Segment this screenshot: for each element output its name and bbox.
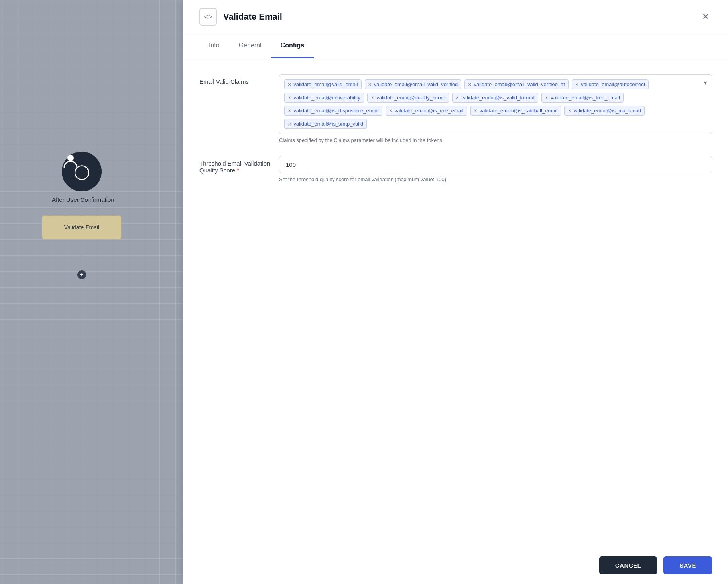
tag-remove-button[interactable]: ×	[371, 95, 374, 101]
tab-general[interactable]: General	[229, 34, 271, 58]
email-valid-claims-control: ×validate_email@valid_email×validate_ema…	[279, 74, 712, 143]
email-valid-claims-hint: Claims specified by the Claims parameter…	[279, 137, 712, 143]
tag-label: validate_email@email_valid_verified	[374, 81, 458, 87]
close-button[interactable]: ✕	[699, 10, 712, 23]
tag-remove-button[interactable]: ×	[468, 82, 471, 87]
flow-diagram: ◯ After User Confirmation Validate Email…	[0, 0, 183, 584]
tag-chip: ×validate_email@is_role_email	[386, 106, 467, 116]
required-asterisk: *	[237, 167, 239, 174]
panel-content: Email Valid Claims ×validate_email@valid…	[183, 58, 728, 547]
tags-wrapper: ×validate_email@valid_email×validate_ema…	[284, 79, 707, 129]
code-icon: <>	[204, 13, 212, 21]
threshold-control: Set the threshold quality score for emai…	[279, 156, 712, 182]
cancel-button[interactable]: CANCEL	[599, 556, 657, 574]
tag-chip: ×validate_email@email_valid_verified	[365, 79, 462, 89]
tag-chip: ×validate_email@valid_email	[284, 79, 362, 89]
close-icon: ✕	[702, 12, 709, 22]
tab-configs[interactable]: Configs	[271, 34, 314, 58]
user-node: ◯	[62, 152, 102, 191]
tags-input[interactable]: ×validate_email@valid_email×validate_ema…	[279, 74, 712, 134]
tag-chip: ×validate_email@quality_score	[367, 93, 449, 103]
email-valid-claims-label: Email Valid Claims	[199, 74, 279, 85]
tag-chip: ×validate_email@is_free_email	[541, 93, 624, 103]
panel-header: <> Validate Email ✕	[183, 0, 728, 34]
connector-line-top	[81, 191, 82, 215]
threshold-row: Threshold Email Validation Quality Score…	[199, 156, 712, 182]
dropdown-arrow-icon: ▾	[704, 79, 707, 86]
user-node-label: After User Confirmation	[52, 196, 114, 203]
tag-remove-button[interactable]: ×	[568, 108, 571, 114]
threshold-label: Threshold Email Validation Quality Score…	[199, 156, 279, 174]
tag-remove-button[interactable]: ×	[545, 95, 548, 101]
tag-remove-button[interactable]: ×	[389, 108, 392, 114]
svg-point-0	[67, 155, 74, 161]
panel-header-left: <> Validate Email	[199, 8, 282, 26]
tag-chip: ×validate_email@is_disposable_email	[284, 106, 382, 116]
code-icon-box: <>	[199, 8, 217, 26]
tag-label: validate_email@quality_score	[376, 95, 445, 101]
tag-chip: ×validate_email@autocorrect	[572, 79, 649, 89]
add-icon: +	[80, 271, 83, 278]
config-panel: <> Validate Email ✕ Info General Configs…	[183, 0, 728, 584]
panel-title: Validate Email	[223, 12, 282, 22]
save-button[interactable]: SAVE	[663, 556, 712, 574]
person-icon: ◯	[74, 163, 90, 180]
add-node-button[interactable]: +	[77, 270, 86, 279]
tag-label: validate_email@is_role_email	[395, 108, 464, 114]
tag-label: validate_email@valid_email	[293, 81, 358, 87]
tag-label: validate_email@autocorrect	[581, 81, 645, 87]
tag-label: validate_email@deliverability	[293, 95, 360, 101]
tag-label: validate_email@is_disposable_email	[293, 108, 378, 114]
connector-line-mid	[81, 247, 82, 271]
tag-remove-button[interactable]: ×	[575, 82, 578, 87]
validate-email-node[interactable]: Validate Email	[42, 215, 122, 239]
tag-label: validate_email@is_smtp_valid	[293, 121, 363, 127]
tag-remove-button[interactable]: ×	[474, 108, 477, 114]
tabs-container: Info General Configs	[183, 34, 728, 58]
tag-remove-button[interactable]: ×	[288, 108, 291, 114]
tag-chip: ×validate_email@email_valid_verified_at	[464, 79, 569, 89]
validate-email-node-label: Validate Email	[64, 224, 99, 231]
tag-label: validate_email@is_catchall_email	[480, 108, 557, 114]
tag-label: validate_email@is_valid_format	[461, 95, 535, 101]
tag-remove-button[interactable]: ×	[288, 121, 291, 127]
tag-remove-button[interactable]: ×	[368, 82, 372, 87]
tag-chip: ×validate_email@is_catchall_email	[470, 106, 561, 116]
panel-footer: CANCEL SAVE	[183, 547, 728, 584]
tag-chip: ×validate_email@is_smtp_valid	[284, 119, 367, 129]
tag-label: validate_email@is_mx_found	[573, 108, 641, 114]
tag-label: validate_email@is_free_email	[551, 95, 620, 101]
tag-chip: ×validate_email@is_mx_found	[564, 106, 645, 116]
tag-chip: ×validate_email@deliverability	[284, 93, 364, 103]
email-valid-claims-row: Email Valid Claims ×validate_email@valid…	[199, 74, 712, 143]
tag-remove-button[interactable]: ×	[456, 95, 459, 101]
tab-info[interactable]: Info	[199, 34, 229, 58]
threshold-hint: Set the threshold quality score for emai…	[279, 176, 712, 182]
threshold-input[interactable]	[279, 156, 712, 173]
tag-remove-button[interactable]: ×	[288, 95, 291, 101]
tag-remove-button[interactable]: ×	[288, 82, 291, 87]
tag-label: validate_email@email_valid_verified_at	[474, 81, 565, 87]
tag-chip: ×validate_email@is_valid_format	[452, 93, 538, 103]
